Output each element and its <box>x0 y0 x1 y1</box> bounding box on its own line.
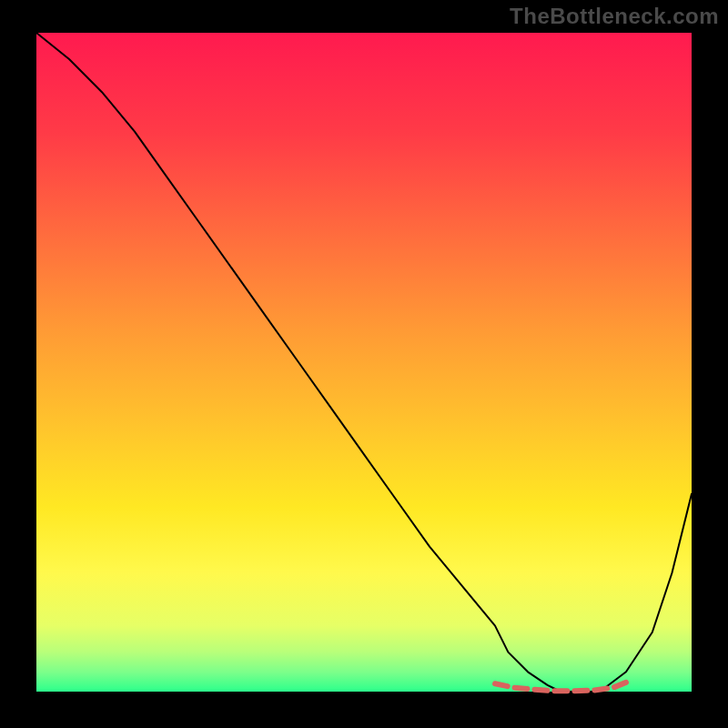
watermark-text: TheBottleneck.com <box>510 4 719 29</box>
chart-frame: TheBottleneck.com <box>0 0 728 728</box>
chart-svg <box>0 0 728 728</box>
